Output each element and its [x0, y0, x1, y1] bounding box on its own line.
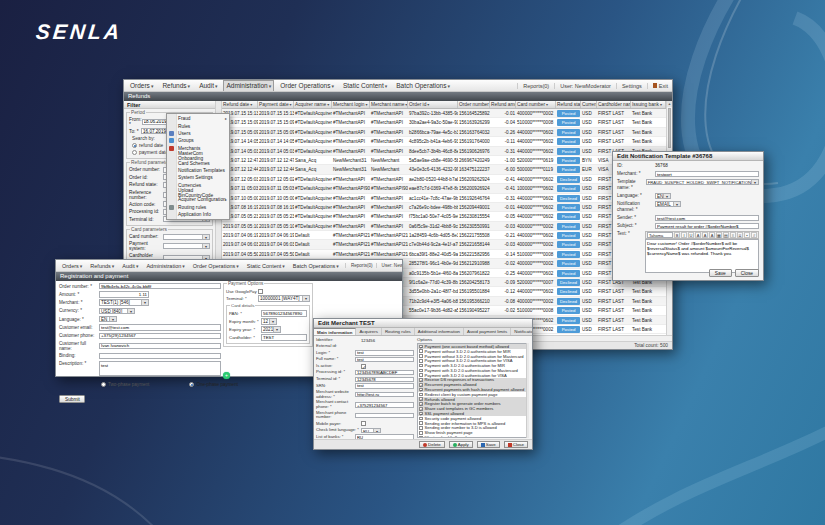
column-header[interactable]: Issuing bank — [631, 101, 666, 108]
option-checkbox[interactable] — [419, 354, 423, 358]
table-row[interactable]: 2019.07.12 12:44 2019.07.12 12:44 Sana_A… — [222, 165, 666, 174]
dropdown-menu-item[interactable]: Users ▸ — [167, 130, 229, 137]
save-button[interactable]: Save — [477, 441, 500, 448]
menu-item[interactable]: Audit — [197, 81, 219, 91]
column-header[interactable]: Order id — [408, 101, 458, 108]
currency-select[interactable]: USD [840] — [99, 308, 135, 315]
menu-item[interactable]: Static Content — [245, 261, 287, 271]
template-text-textarea[interactable]: Dear customer! Order #$orderNumber$ will… — [645, 239, 759, 273]
format-button[interactable]: # — [751, 232, 757, 238]
menu-item[interactable]: Audit — [120, 261, 140, 271]
option-checkbox[interactable] — [419, 364, 423, 368]
top-link[interactable]: Reports(0) — [517, 83, 549, 89]
tab[interactable]: Main information — [314, 328, 356, 335]
menu-item[interactable]: Administration — [144, 261, 186, 271]
table-row[interactable]: 2019.07.15 05:09 2019.07.15 05:09 #TDefa… — [222, 128, 666, 137]
format-button[interactable]: A — [702, 232, 708, 238]
option-checkbox[interactable] — [419, 417, 423, 421]
option-checkbox[interactable] — [419, 407, 423, 411]
column-header[interactable]: Card number — [516, 101, 556, 108]
dropdown-menu-item[interactable]: Acquirer Configuration ▸ — [167, 196, 229, 203]
dropdown-menu-item[interactable]: Card Schemes ▸ — [167, 159, 229, 166]
option-item[interactable]: "Custom bank" allowed — [418, 435, 528, 438]
format-button[interactable]: B — [674, 232, 680, 238]
scroll-up-icon[interactable]: ▲ — [667, 101, 672, 107]
column-header[interactable]: Payment date — [258, 101, 294, 108]
expiry-month-select[interactable]: 12 — [261, 318, 277, 325]
menu-item[interactable]: Static Content — [341, 81, 389, 91]
table-row[interactable]: 2019.07.11 05:03 2019.07.11 05:03 #TDefa… — [222, 184, 666, 193]
format-button[interactable]: ≡ — [730, 232, 736, 238]
top-link[interactable]: Settings — [616, 83, 642, 89]
one-phase-radio[interactable] — [189, 382, 194, 387]
dropdown-menu-item[interactable]: Application Info ▸ — [167, 211, 229, 218]
srn-input[interactable] — [355, 383, 414, 388]
expiry-year-select[interactable]: 2021 — [261, 326, 281, 333]
menu-item[interactable]: Orders — [128, 81, 155, 91]
tab[interactable]: Notifications — [511, 328, 532, 335]
column-header[interactable]: Cardholder name — [597, 101, 631, 108]
contact-phone-input[interactable] — [355, 402, 414, 407]
customer-email-input[interactable] — [99, 324, 221, 331]
language-select[interactable]: EN — [655, 193, 671, 199]
dropdown-menu-item[interactable]: Upload BinCountryCode ▸ — [167, 189, 229, 196]
format-button[interactable]: A — [695, 232, 701, 238]
pan-input[interactable] — [261, 310, 307, 317]
format-button[interactable]: • — [744, 232, 750, 238]
option-checkbox[interactable] — [419, 383, 423, 387]
sender-input[interactable] — [655, 215, 759, 221]
table-row[interactable]: 2019.07.14 05:03 2019.07.14 05:03 #TDefa… — [222, 147, 666, 156]
tab[interactable]: Routing rules — [382, 328, 415, 335]
format-button[interactable]: ≣ — [737, 232, 743, 238]
dropdown-menu-item[interactable]: Routing rules ▸ — [167, 204, 229, 211]
font-select[interactable]: Tahoma — [647, 232, 673, 238]
customer-phone-input[interactable] — [99, 333, 221, 340]
merchant-input[interactable] — [655, 171, 759, 177]
dropdown-menu-item[interactable]: Notification Templates ▸ — [167, 167, 229, 174]
processing-id-input[interactable] — [355, 370, 414, 375]
format-button[interactable]: ▤ — [723, 232, 729, 238]
dropdown-menu-item[interactable]: MasterCom Onboarding ▸ — [167, 152, 229, 159]
option-checkbox[interactable] — [419, 345, 423, 349]
dropdown-menu-item[interactable]: Rules ▸ — [167, 122, 229, 129]
table-row[interactable]: 2019.07.12 12:47 2019.07.12 12:47 Sana_A… — [222, 156, 666, 165]
close-button[interactable]: Close — [735, 269, 759, 277]
menu-item[interactable]: Administration — [224, 81, 273, 91]
option-checkbox[interactable] — [419, 388, 423, 392]
tab[interactable]: Additional information — [415, 328, 464, 335]
option-checkbox[interactable] — [419, 436, 423, 438]
two-phase-radio[interactable] — [101, 382, 106, 387]
menu-item[interactable]: Batch Operations — [291, 261, 341, 271]
option-checkbox[interactable] — [419, 397, 423, 401]
is-active-checkbox[interactable] — [361, 364, 366, 369]
submit-button[interactable]: Submit — [59, 395, 85, 403]
column-header[interactable]: Currency — [581, 101, 597, 108]
terminal-id-input[interactable] — [355, 377, 414, 382]
tab[interactable]: Acquirers — [356, 328, 382, 335]
scrollbar-thumb[interactable] — [668, 108, 671, 148]
apply-button[interactable]: Apply — [449, 441, 473, 448]
option-checkbox[interactable] — [419, 349, 423, 353]
column-header[interactable]: Merchant name — [370, 101, 408, 108]
menu-item[interactable]: Batch Operations — [394, 81, 452, 91]
terminal-select[interactable]: 10000001 [WAY4T] — [258, 295, 310, 302]
mobile-payer-checkbox[interactable] — [361, 421, 366, 426]
fullname-input[interactable] — [355, 357, 414, 362]
column-header[interactable]: Refund date — [222, 101, 258, 108]
refund-date-radio[interactable] — [132, 143, 137, 148]
close-button[interactable]: Close — [504, 441, 528, 448]
phone-number-input[interactable] — [355, 413, 414, 418]
menu-item[interactable]: Refunds — [88, 261, 116, 271]
option-checkbox[interactable] — [419, 378, 423, 382]
one-phase-radio-option[interactable]: One-phase payment — [189, 382, 238, 387]
option-checkbox[interactable] — [419, 402, 423, 406]
order-number-input[interactable] — [99, 283, 221, 290]
table-row[interactable]: 2019.07.04 06:03 2019.07.04 06:03 Defaul… — [222, 240, 666, 249]
confirm-icon[interactable]: + — [223, 372, 230, 379]
column-header[interactable]: Refund state — [556, 101, 581, 108]
binding-input[interactable] — [99, 353, 221, 360]
option-checkbox[interactable] — [419, 421, 423, 425]
format-button[interactable]: I — [681, 232, 687, 238]
option-checkbox[interactable] — [419, 369, 423, 373]
option-checkbox[interactable] — [419, 412, 423, 416]
